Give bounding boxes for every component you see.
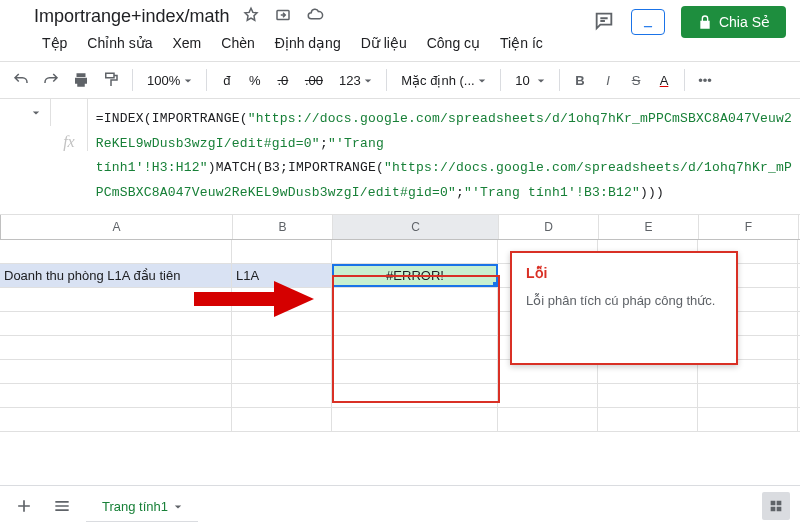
column-header-f[interactable]: F [699,215,799,239]
menu-file[interactable]: Tệp [34,31,75,55]
cloud-icon[interactable] [306,6,324,27]
toolbar: 100% đ % .0 .00 123 Mặc định (... 10 B I… [0,62,800,99]
percent-button[interactable]: % [243,68,267,92]
share-button[interactable]: Chia Sẻ [681,6,786,38]
paint-format-button[interactable] [98,68,124,92]
star-icon[interactable] [242,6,260,27]
share-label: Chia Sẻ [719,14,770,30]
undo-button[interactable] [8,68,34,92]
sheet-tab-active[interactable]: Trang tính1 [86,489,198,522]
text-color-button[interactable]: A [652,68,676,92]
comments-icon[interactable] [593,10,615,35]
fx-icon: fx [51,99,88,151]
sheet-tab-label: Trang tính1 [102,499,168,514]
bold-button[interactable]: B [568,68,592,92]
column-header-a[interactable]: A [1,215,233,239]
column-header-b[interactable]: B [233,215,333,239]
error-tooltip: Lỗi Lỗi phân tích cú pháp công thức. [510,251,738,365]
decrease-decimal-button[interactable]: .0 [271,68,295,92]
currency-button[interactable]: đ [215,68,239,92]
column-header-e[interactable]: E [599,215,699,239]
increase-decimal-button[interactable]: .00 [299,68,329,92]
sheet-tab-bar: Trang tính1 [0,485,800,525]
formula-bar[interactable]: =INDEX(IMPORTRANGE("https://docs.google.… [88,99,800,214]
spreadsheet-grid[interactable]: A B C D E F Doanh thu phòng L1A đầu tiên… [0,215,800,432]
name-box[interactable] [0,99,50,126]
more-toolbar-button[interactable]: ••• [693,68,717,92]
menu-view[interactable]: Xem [165,31,210,55]
menu-tools[interactable]: Công cụ [419,31,488,55]
explore-button[interactable] [762,492,790,520]
sheet-tab-menu-icon[interactable] [174,499,182,514]
svg-rect-1 [106,73,114,78]
menu-extensions[interactable]: Tiện íc [492,31,551,55]
menu-format[interactable]: Định dạng [267,31,349,55]
redo-button[interactable] [38,68,64,92]
cell-a5[interactable]: Doanh thu phòng L1A đầu tiên [0,264,232,287]
document-title[interactable]: Importrange+index/math [34,6,230,27]
font-dropdown[interactable]: Mặc định (... [395,68,492,92]
column-header-d[interactable]: D [499,215,599,239]
strike-button[interactable]: S [624,68,648,92]
number-format-dropdown[interactable]: 123 [333,68,378,92]
menu-insert[interactable]: Chèn [213,31,262,55]
zoom-dropdown[interactable]: 100% [141,68,198,92]
present-button[interactable] [631,9,665,35]
menu-data[interactable]: Dữ liệu [353,31,415,55]
column-header-c[interactable]: C [333,215,499,239]
cell-b5[interactable]: L1A [232,264,332,287]
menu-edit[interactable]: Chỉnh sửa [79,31,160,55]
print-button[interactable] [68,68,94,92]
font-size-dropdown[interactable]: 10 [509,68,551,92]
cell-c5-error[interactable]: #ERROR! [332,264,498,287]
tooltip-text: Lỗi phân tích cú pháp công thức. [526,291,722,311]
move-icon[interactable] [274,6,292,27]
italic-button[interactable]: I [596,68,620,92]
tooltip-title: Lỗi [526,265,722,281]
all-sheets-button[interactable] [48,492,76,520]
add-sheet-button[interactable] [10,492,38,520]
